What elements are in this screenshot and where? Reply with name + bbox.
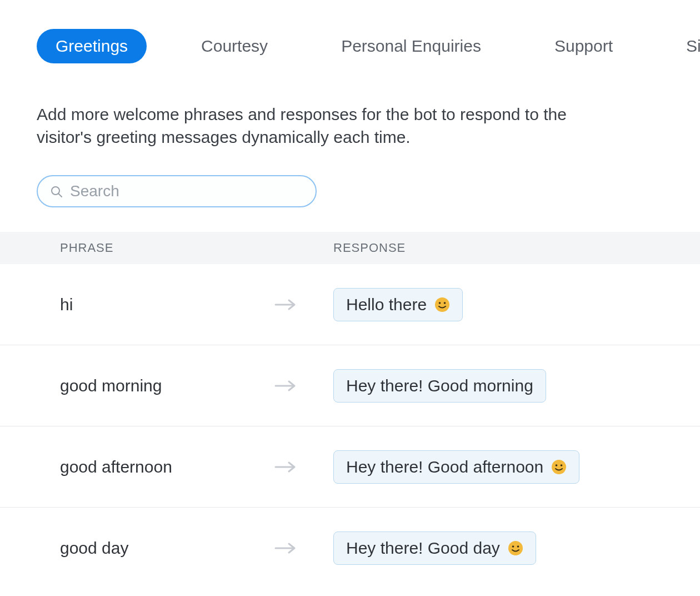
arrow-cell [274,460,333,474]
tab-signoff[interactable]: Signoff [667,29,700,63]
arrow-right-icon [274,460,297,474]
search-icon [50,185,62,197]
phrases-table: PHRASE RESPONSE hi Hello there good morn… [0,232,700,589]
smiley-icon [551,459,567,475]
col-header-response: RESPONSE [333,241,700,255]
tab-label: Courtesy [201,37,268,55]
table-row[interactable]: good afternoon Hey there! Good afternoon [0,426,700,508]
response-cell: Hello there [333,288,663,321]
response-cell: Hey there! Good afternoon [333,450,663,484]
table-row[interactable]: hi Hello there [0,264,700,345]
tabs: Greetings Courtesy Personal Enquiries Su… [37,29,663,63]
response-chip[interactable]: Hey there! Good day [333,532,536,565]
search-input[interactable] [70,182,306,200]
tab-label: Signoff [686,37,700,55]
table-row[interactable]: good morning Hey there! Good morning [0,345,700,426]
table-row[interactable]: good day Hey there! Good day [0,508,700,589]
arrow-right-icon [274,542,297,555]
response-cell: Hey there! Good morning [333,369,663,403]
table-header: PHRASE RESPONSE [0,232,700,264]
response-chip[interactable]: Hello there [333,288,463,321]
tab-label: Support [554,37,613,55]
arrow-right-icon [274,298,297,311]
response-text: Hey there! Good morning [346,376,533,395]
smiley-icon [508,540,523,556]
col-header-phrase: PHRASE [60,241,333,255]
response-text: Hey there! Good afternoon [346,458,543,476]
response-chip[interactable]: Hey there! Good afternoon [333,450,579,484]
tab-personal-enquiries[interactable]: Personal Enquiries [322,29,500,63]
tab-courtesy[interactable]: Courtesy [182,29,287,63]
page-description: Add more welcome phrases and responses f… [37,103,626,148]
phrase-cell: good afternoon [60,458,274,476]
response-chip[interactable]: Hey there! Good morning [333,369,546,403]
search-field[interactable] [37,175,317,207]
phrase-cell: hi [60,295,274,314]
smiley-icon [434,297,450,312]
tab-label: Greetings [56,37,128,55]
phrase-cell: good day [60,539,274,558]
tab-greetings[interactable]: Greetings [37,29,147,63]
arrow-right-icon [274,379,297,393]
arrow-cell [274,542,333,555]
response-text: Hey there! Good day [346,539,500,558]
arrow-cell [274,298,333,311]
arrow-cell [274,379,333,393]
response-text: Hello there [346,295,427,314]
tab-label: Personal Enquiries [341,37,481,55]
response-cell: Hey there! Good day [333,532,663,565]
phrase-cell: good morning [60,376,274,395]
tab-support[interactable]: Support [536,29,632,63]
